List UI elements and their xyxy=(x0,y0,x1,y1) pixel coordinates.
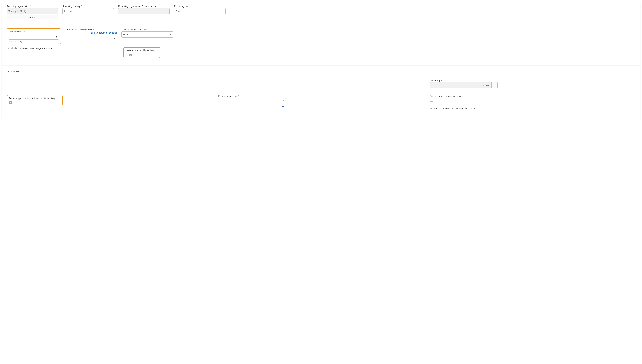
info-icon[interactable]: i xyxy=(126,54,128,56)
field-distance-band: Distance band * Value missing xyxy=(9,30,59,43)
currency-addon: € xyxy=(492,82,498,88)
field-erasmus-code: Receiving organisation Erasmus Code xyxy=(118,5,170,14)
label-text: Travel support xyxy=(430,79,444,82)
label-receiving-city: Receiving city * xyxy=(174,5,226,8)
field-transport: Main means of transport * xyxy=(122,28,173,38)
label-travel-support: Travel support xyxy=(430,79,498,82)
required-icon: * xyxy=(24,30,25,33)
travel-grant-panel: TRAVEL GRANT Travel support € Travel sup… xyxy=(2,67,640,119)
grid-cell-right-column: Travel support - grant not required Requ… xyxy=(430,95,636,114)
field-receiving-city: Receiving city * xyxy=(174,5,226,14)
label-sustainable: Sustainable means of transport (green tr… xyxy=(6,47,119,50)
checkbox-travel-support-intl xyxy=(9,101,12,104)
checkbox-exceptional-cost[interactable] xyxy=(430,111,433,114)
intl-mobility-controls: i xyxy=(126,53,158,56)
field-real-distance: Real distance in kilometers * Link to di… xyxy=(66,28,117,41)
highlight-distance-band: Distance band * Value missing xyxy=(6,28,61,44)
label-receiving-org: Receiving organisation * xyxy=(6,5,58,8)
input-funded-days[interactable] xyxy=(218,98,286,104)
label-text: Receiving country xyxy=(62,5,80,8)
label-real-distance: Real distance in kilometers * xyxy=(66,28,117,31)
highlight-intl-mobility: International mobility activity i xyxy=(124,47,160,58)
input-erasmus-code xyxy=(118,8,170,14)
checkbox-intl-mobility xyxy=(129,54,132,56)
row-sustainable-intl: Sustainable means of transport (green tr… xyxy=(6,47,636,58)
select-value[interactable] xyxy=(122,32,173,38)
label-text: Request exceptional cost for expensive t… xyxy=(430,107,476,110)
label-travel-support-intl: Travel support for international mobilit… xyxy=(9,97,60,100)
select-value[interactable] xyxy=(62,8,114,14)
field-receiving-org: Receiving organisation * Select xyxy=(6,5,58,19)
field-sustainable: Sustainable means of transport (green tr… xyxy=(6,47,119,54)
select-value[interactable] xyxy=(9,34,59,40)
label-text: Receiving city xyxy=(174,5,188,8)
required-icon: * xyxy=(146,28,147,31)
label-distance-band: Distance band * xyxy=(9,30,59,33)
label-intl-mobility: International mobility activity xyxy=(126,49,158,52)
input-receiving-city[interactable] xyxy=(174,8,226,14)
checkbox-sustainable[interactable] xyxy=(6,51,10,54)
receiving-info-panel: Receiving organisation * Select Receivin… xyxy=(2,2,640,66)
check-icon xyxy=(9,101,12,103)
section-title-travel-grant: TRAVEL GRANT xyxy=(6,70,636,73)
select-distance-band[interactable] xyxy=(9,34,59,40)
grant-grid: Travel support € Travel support for inte… xyxy=(6,79,636,114)
label-text: Travel support - grant not required xyxy=(430,95,464,98)
label-text: Receiving organisation Erasmus Code xyxy=(118,5,156,8)
label-text: International mobility activity xyxy=(126,49,154,52)
input-travel-support xyxy=(430,82,492,88)
label-text: Funded travel days xyxy=(218,95,238,98)
label-exceptional-cost: Request exceptional cost for expensive t… xyxy=(430,107,498,110)
label-erasmus-code: Receiving organisation Erasmus Code xyxy=(118,5,170,8)
currency-wrap: € xyxy=(430,82,498,88)
required-icon: * xyxy=(188,5,190,8)
row-receiving: Receiving organisation * Select Receivin… xyxy=(6,5,636,19)
field-exceptional-cost: Request exceptional cost for expensive t… xyxy=(430,107,498,114)
row-distance: Distance band * Value missing Real dista… xyxy=(6,28,636,44)
label-text: Receiving organisation xyxy=(6,5,29,8)
field-travel-support: Travel support € xyxy=(430,79,498,88)
check-icon xyxy=(129,54,132,56)
field-intl-mobility: International mobility activity i xyxy=(126,49,158,56)
label-text: Distance band xyxy=(9,30,24,33)
required-icon: * xyxy=(93,28,94,31)
label-receiving-country: Receiving country * xyxy=(62,5,114,8)
select-receiving-country[interactable] xyxy=(62,8,114,14)
highlight-travel-support-intl: Travel support for international mobilit… xyxy=(6,95,63,106)
input-receiving-org xyxy=(6,8,58,14)
select-transport[interactable] xyxy=(122,32,173,38)
field-receiving-country: Receiving country * xyxy=(62,5,114,14)
label-funded-days: Funded travel days * xyxy=(218,95,286,98)
label-grant-not-required: Travel support - grant not required xyxy=(430,95,498,98)
error-distance-band: Value missing xyxy=(9,40,59,43)
range-hint: 0 - 2 xyxy=(282,105,286,108)
label-transport: Main means of transport * xyxy=(122,28,173,31)
select-button[interactable]: Select xyxy=(6,15,58,19)
label-text: Travel support for international mobilit… xyxy=(9,97,55,100)
field-grant-not-required: Travel support - grant not required xyxy=(430,95,498,102)
required-icon: * xyxy=(238,95,239,98)
field-funded-days: Funded travel days * 0 - 2 xyxy=(218,95,286,108)
required-icon: * xyxy=(30,5,31,8)
label-text: Sustainable means of transport (green tr… xyxy=(6,47,52,50)
checkbox-grant-not-required[interactable] xyxy=(430,99,433,102)
input-real-distance[interactable] xyxy=(66,35,117,41)
label-text: Main means of transport xyxy=(122,28,146,31)
link-distance-calculator[interactable]: Link to distance calculator xyxy=(91,32,117,34)
required-icon: * xyxy=(81,5,82,8)
label-text: Real distance in kilometers xyxy=(66,28,92,31)
